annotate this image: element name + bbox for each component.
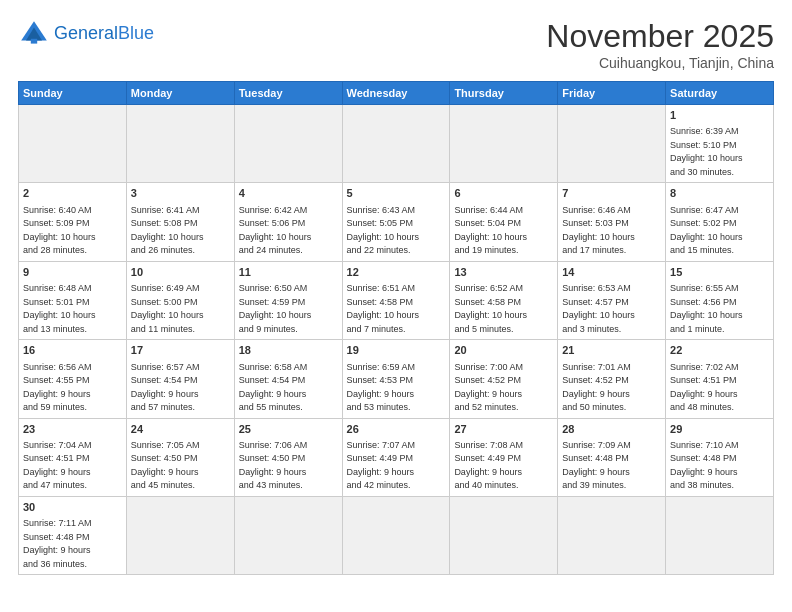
- day-info: Sunrise: 7:06 AM Sunset: 4:50 PM Dayligh…: [239, 439, 338, 493]
- day-info: Sunrise: 6:40 AM Sunset: 5:09 PM Dayligh…: [23, 204, 122, 258]
- logo-text: GeneralBlue: [54, 24, 154, 44]
- calendar-cell: 23Sunrise: 7:04 AM Sunset: 4:51 PM Dayli…: [19, 418, 127, 496]
- day-info: Sunrise: 6:53 AM Sunset: 4:57 PM Dayligh…: [562, 282, 661, 336]
- calendar-cell: [558, 105, 666, 183]
- day-number: 25: [239, 422, 338, 437]
- calendar-header-friday: Friday: [558, 82, 666, 105]
- day-number: 5: [347, 186, 446, 201]
- day-number: 15: [670, 265, 769, 280]
- calendar-cell: 20Sunrise: 7:00 AM Sunset: 4:52 PM Dayli…: [450, 340, 558, 418]
- day-number: 12: [347, 265, 446, 280]
- logo-blue: Blue: [118, 23, 154, 43]
- calendar-header-wednesday: Wednesday: [342, 82, 450, 105]
- day-info: Sunrise: 6:57 AM Sunset: 4:54 PM Dayligh…: [131, 361, 230, 415]
- day-number: 18: [239, 343, 338, 358]
- day-info: Sunrise: 7:01 AM Sunset: 4:52 PM Dayligh…: [562, 361, 661, 415]
- day-info: Sunrise: 7:07 AM Sunset: 4:49 PM Dayligh…: [347, 439, 446, 493]
- calendar-cell: 8Sunrise: 6:47 AM Sunset: 5:02 PM Daylig…: [666, 183, 774, 261]
- calendar-header-thursday: Thursday: [450, 82, 558, 105]
- calendar-header-tuesday: Tuesday: [234, 82, 342, 105]
- calendar-cell: 18Sunrise: 6:58 AM Sunset: 4:54 PM Dayli…: [234, 340, 342, 418]
- day-number: 22: [670, 343, 769, 358]
- calendar-cell: [19, 105, 127, 183]
- day-number: 19: [347, 343, 446, 358]
- day-number: 7: [562, 186, 661, 201]
- calendar-cell: 25Sunrise: 7:06 AM Sunset: 4:50 PM Dayli…: [234, 418, 342, 496]
- day-info: Sunrise: 7:04 AM Sunset: 4:51 PM Dayligh…: [23, 439, 122, 493]
- day-number: 6: [454, 186, 553, 201]
- day-number: 27: [454, 422, 553, 437]
- calendar-cell: [450, 105, 558, 183]
- day-info: Sunrise: 6:42 AM Sunset: 5:06 PM Dayligh…: [239, 204, 338, 258]
- calendar: SundayMondayTuesdayWednesdayThursdayFrid…: [18, 81, 774, 575]
- day-info: Sunrise: 6:55 AM Sunset: 4:56 PM Dayligh…: [670, 282, 769, 336]
- day-number: 21: [562, 343, 661, 358]
- calendar-cell: 12Sunrise: 6:51 AM Sunset: 4:58 PM Dayli…: [342, 261, 450, 339]
- page: GeneralBlue November 2025 Cuihuangkou, T…: [0, 0, 792, 585]
- day-number: 2: [23, 186, 122, 201]
- calendar-cell: [558, 496, 666, 574]
- day-number: 28: [562, 422, 661, 437]
- calendar-cell: 9Sunrise: 6:48 AM Sunset: 5:01 PM Daylig…: [19, 261, 127, 339]
- day-info: Sunrise: 7:08 AM Sunset: 4:49 PM Dayligh…: [454, 439, 553, 493]
- calendar-cell: [234, 105, 342, 183]
- day-info: Sunrise: 6:48 AM Sunset: 5:01 PM Dayligh…: [23, 282, 122, 336]
- day-info: Sunrise: 6:51 AM Sunset: 4:58 PM Dayligh…: [347, 282, 446, 336]
- calendar-header-sunday: Sunday: [19, 82, 127, 105]
- calendar-cell: 26Sunrise: 7:07 AM Sunset: 4:49 PM Dayli…: [342, 418, 450, 496]
- calendar-cell: 4Sunrise: 6:42 AM Sunset: 5:06 PM Daylig…: [234, 183, 342, 261]
- month-title: November 2025: [546, 18, 774, 55]
- calendar-header-monday: Monday: [126, 82, 234, 105]
- day-number: 16: [23, 343, 122, 358]
- calendar-cell: 27Sunrise: 7:08 AM Sunset: 4:49 PM Dayli…: [450, 418, 558, 496]
- day-number: 13: [454, 265, 553, 280]
- calendar-cell: [126, 496, 234, 574]
- day-info: Sunrise: 6:44 AM Sunset: 5:04 PM Dayligh…: [454, 204, 553, 258]
- day-number: 3: [131, 186, 230, 201]
- day-info: Sunrise: 6:41 AM Sunset: 5:08 PM Dayligh…: [131, 204, 230, 258]
- calendar-header-saturday: Saturday: [666, 82, 774, 105]
- calendar-cell: [126, 105, 234, 183]
- calendar-week-3: 16Sunrise: 6:56 AM Sunset: 4:55 PM Dayli…: [19, 340, 774, 418]
- calendar-header-row: SundayMondayTuesdayWednesdayThursdayFrid…: [19, 82, 774, 105]
- calendar-cell: 11Sunrise: 6:50 AM Sunset: 4:59 PM Dayli…: [234, 261, 342, 339]
- day-info: Sunrise: 6:56 AM Sunset: 4:55 PM Dayligh…: [23, 361, 122, 415]
- calendar-cell: 3Sunrise: 6:41 AM Sunset: 5:08 PM Daylig…: [126, 183, 234, 261]
- calendar-cell: [342, 496, 450, 574]
- calendar-cell: 28Sunrise: 7:09 AM Sunset: 4:48 PM Dayli…: [558, 418, 666, 496]
- title-block: November 2025 Cuihuangkou, Tianjin, Chin…: [546, 18, 774, 71]
- calendar-cell: 22Sunrise: 7:02 AM Sunset: 4:51 PM Dayli…: [666, 340, 774, 418]
- calendar-cell: 14Sunrise: 6:53 AM Sunset: 4:57 PM Dayli…: [558, 261, 666, 339]
- day-info: Sunrise: 6:46 AM Sunset: 5:03 PM Dayligh…: [562, 204, 661, 258]
- calendar-cell: 21Sunrise: 7:01 AM Sunset: 4:52 PM Dayli…: [558, 340, 666, 418]
- logo-icon: [18, 18, 50, 50]
- day-info: Sunrise: 7:02 AM Sunset: 4:51 PM Dayligh…: [670, 361, 769, 415]
- day-number: 29: [670, 422, 769, 437]
- day-number: 23: [23, 422, 122, 437]
- day-number: 17: [131, 343, 230, 358]
- calendar-cell: 15Sunrise: 6:55 AM Sunset: 4:56 PM Dayli…: [666, 261, 774, 339]
- day-info: Sunrise: 7:11 AM Sunset: 4:48 PM Dayligh…: [23, 517, 122, 571]
- location-title: Cuihuangkou, Tianjin, China: [546, 55, 774, 71]
- calendar-cell: 24Sunrise: 7:05 AM Sunset: 4:50 PM Dayli…: [126, 418, 234, 496]
- day-number: 20: [454, 343, 553, 358]
- calendar-cell: 29Sunrise: 7:10 AM Sunset: 4:48 PM Dayli…: [666, 418, 774, 496]
- day-number: 4: [239, 186, 338, 201]
- header: GeneralBlue November 2025 Cuihuangkou, T…: [18, 18, 774, 71]
- day-info: Sunrise: 6:58 AM Sunset: 4:54 PM Dayligh…: [239, 361, 338, 415]
- day-info: Sunrise: 7:00 AM Sunset: 4:52 PM Dayligh…: [454, 361, 553, 415]
- calendar-cell: 16Sunrise: 6:56 AM Sunset: 4:55 PM Dayli…: [19, 340, 127, 418]
- calendar-week-2: 9Sunrise: 6:48 AM Sunset: 5:01 PM Daylig…: [19, 261, 774, 339]
- calendar-cell: 6Sunrise: 6:44 AM Sunset: 5:04 PM Daylig…: [450, 183, 558, 261]
- calendar-cell: 19Sunrise: 6:59 AM Sunset: 4:53 PM Dayli…: [342, 340, 450, 418]
- day-info: Sunrise: 7:10 AM Sunset: 4:48 PM Dayligh…: [670, 439, 769, 493]
- logo-general: General: [54, 23, 118, 43]
- day-info: Sunrise: 7:05 AM Sunset: 4:50 PM Dayligh…: [131, 439, 230, 493]
- calendar-cell: [666, 496, 774, 574]
- calendar-cell: [234, 496, 342, 574]
- day-number: 26: [347, 422, 446, 437]
- day-info: Sunrise: 6:59 AM Sunset: 4:53 PM Dayligh…: [347, 361, 446, 415]
- calendar-week-1: 2Sunrise: 6:40 AM Sunset: 5:09 PM Daylig…: [19, 183, 774, 261]
- day-info: Sunrise: 6:47 AM Sunset: 5:02 PM Dayligh…: [670, 204, 769, 258]
- day-number: 11: [239, 265, 338, 280]
